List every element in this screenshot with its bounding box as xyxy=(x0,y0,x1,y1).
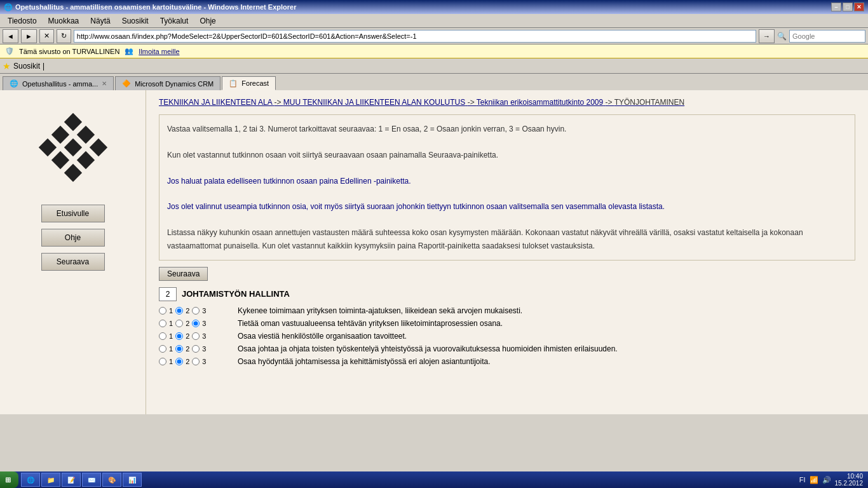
start-button[interactable]: ⊞ xyxy=(0,471,18,488)
taskbar-explorer[interactable]: 📁 xyxy=(41,473,60,487)
favorites-label[interactable]: Suosikit xyxy=(13,62,40,71)
q1-label-3: 3 xyxy=(202,307,206,315)
controls-row: Seuraava xyxy=(159,267,855,281)
q1-radio-2[interactable] xyxy=(175,307,183,315)
svg-rect-1 xyxy=(51,126,69,144)
time-display: 10:40 xyxy=(835,473,864,480)
info-line2: Kun olet vastannut tutkinnon osaan voit … xyxy=(167,149,847,161)
breadcrumb-sep3: -> xyxy=(606,98,614,107)
section-title: JOHTAMISTYÖN HALLINTA xyxy=(182,289,290,299)
date-display: 15.2.2012 xyxy=(835,480,864,487)
q2-text: Tietää oman vastuualueensa tehtävän yrit… xyxy=(238,319,855,328)
q3-radio-1[interactable] xyxy=(159,332,166,340)
back-button[interactable]: ◄ xyxy=(3,29,18,43)
svg-rect-0 xyxy=(64,113,81,131)
tab-forecast[interactable]: 📋 Forecast xyxy=(222,76,276,90)
menu-muokkaa[interactable]: Muokkaa xyxy=(43,15,85,27)
taskbar-explorer-icon: 📁 xyxy=(47,477,55,484)
breadcrumb-part2[interactable]: MUU TEKNIIKAN JA LIIKENTEEN ALAN KOULUTU… xyxy=(283,98,466,107)
q2-radio-3[interactable] xyxy=(192,320,200,327)
go-button[interactable]: → xyxy=(759,29,775,43)
left-sidebar: Etusivulle Ohje Seuraava xyxy=(0,90,146,414)
title-bar: 🌐 Opetushallitus - ammatillisen osaamise… xyxy=(0,0,868,14)
clock: 10:40 15.2.2012 xyxy=(835,473,864,487)
q4-label-2: 2 xyxy=(186,345,189,353)
windows-logo-icon: ⊞ xyxy=(5,476,11,484)
seuraava-button[interactable]: Seuraava xyxy=(159,267,208,281)
q3-label-1: 1 xyxy=(169,332,173,340)
maximize-button[interactable]: □ xyxy=(843,3,853,11)
title-bar-controls: – □ ✕ xyxy=(831,3,864,11)
q1-label-2: 2 xyxy=(186,307,189,315)
q4-radio-3[interactable] xyxy=(192,345,200,353)
menu-suosikit[interactable]: Suosikit xyxy=(117,15,154,27)
tab-close-opetushallitus[interactable]: ✕ xyxy=(102,80,107,87)
tabs-bar: 🌐 Opetushallitus - amma... ✕ 🔶 Microsoft… xyxy=(0,74,868,90)
security-bar: 🛡️ Tämä sivusto on TURVALLINEN 👥 Ilmoita… xyxy=(0,44,868,58)
breadcrumb-sep1: -> xyxy=(274,98,283,107)
q3-radio-2[interactable] xyxy=(175,332,183,340)
etusivulle-button[interactable]: Etusivulle xyxy=(41,205,105,222)
signal-icon: 📶 xyxy=(810,476,818,484)
menu-ohje[interactable]: Ohje xyxy=(194,15,220,27)
taskbar-ppt-icon: 📊 xyxy=(128,477,136,484)
q4-radio-2[interactable] xyxy=(175,345,183,353)
info-line3: Jos haluat palata edelliseen tutkinnon o… xyxy=(167,175,847,187)
forecast-tab-icon: 📋 xyxy=(229,79,238,88)
q3-label-2: 2 xyxy=(186,332,189,340)
q2-radio-1[interactable] xyxy=(159,320,166,327)
info-line1: Vastaa valitsemalla 1, 2 tai 3. Numerot … xyxy=(167,123,847,135)
q3-label-3: 3 xyxy=(202,332,206,340)
taskbar-outlook[interactable]: ✉️ xyxy=(82,473,101,487)
question-row-3: 1 2 3 Osaa viestiä henkilöstölle organis… xyxy=(159,332,855,341)
seuraava-sidebar-button[interactable]: Seuraava xyxy=(41,253,105,271)
question-row-5: 1 2 3 Osaa hyödyntää johtamisessa ja keh… xyxy=(159,357,855,366)
taskbar-powerpoint[interactable]: 📊 xyxy=(123,473,142,487)
q1-radio-1[interactable] xyxy=(159,307,166,315)
menu-tiedosto[interactable]: Tiedosto xyxy=(3,15,42,27)
q3-radio-3[interactable] xyxy=(192,332,200,340)
info-box: Vastaa valitsemalla 1, 2 tai 3. Numerot … xyxy=(159,114,855,261)
q5-radio-2[interactable] xyxy=(175,358,183,365)
radio-group-1: 1 2 3 xyxy=(159,307,235,315)
q4-label-1: 1 xyxy=(169,345,173,353)
q5-radio-1[interactable] xyxy=(159,358,166,365)
search-icon: 🔍 xyxy=(777,32,787,41)
security-text: Tämä sivusto on TURVALLINEN xyxy=(19,48,119,55)
breadcrumb-part1[interactable]: TEKNIIKAN JA LIIKENTEEN ALA xyxy=(159,98,272,107)
lang-indicator: FI xyxy=(799,476,806,484)
report-link[interactable]: Ilmoita meille xyxy=(139,48,179,55)
q5-radio-3[interactable] xyxy=(192,358,200,365)
close-button[interactable]: ✕ xyxy=(854,3,864,11)
taskbar-word[interactable]: 📝 xyxy=(62,473,81,487)
volume-icon: 🔊 xyxy=(822,476,831,484)
stop-button[interactable]: ✕ xyxy=(39,29,54,43)
favorites-star-icon: ★ xyxy=(3,61,11,71)
q4-label-3: 3 xyxy=(202,345,206,353)
taskbar-word-icon: 📝 xyxy=(67,477,75,484)
breadcrumb-part3[interactable]: Tekniikan erikoisammattitutkinto 2009 xyxy=(477,98,603,107)
minimize-button[interactable]: – xyxy=(831,3,841,11)
refresh-button[interactable]: ↻ xyxy=(57,29,71,43)
tab-dynamics[interactable]: 🔶 Microsoft Dynamics CRM xyxy=(115,76,220,90)
q4-radio-1[interactable] xyxy=(159,345,166,353)
taskbar-ie[interactable]: 🌐 xyxy=(21,473,40,487)
tab-opetushallitus[interactable]: 🌐 Opetushallitus - amma... ✕ xyxy=(3,76,114,90)
svg-rect-3 xyxy=(38,139,56,156)
taskbar-paint[interactable]: 🎨 xyxy=(102,473,121,487)
window-title: Opetushallitus - ammatillisen osaamisen … xyxy=(15,3,296,11)
search-input[interactable] xyxy=(789,30,865,43)
menu-nayta[interactable]: Näytä xyxy=(85,15,115,27)
q1-radio-3[interactable] xyxy=(192,307,200,315)
q3-text: Osaa viestiä henkilöstölle organisaation… xyxy=(238,332,855,341)
q5-label-3: 3 xyxy=(202,358,206,365)
radio-group-3: 1 2 3 xyxy=(159,332,235,340)
q5-text: Osaa hyödyntää johtamisessa ja kehittämi… xyxy=(238,357,855,366)
ohje-sidebar-button[interactable]: Ohje xyxy=(41,229,105,247)
menu-tyokalut[interactable]: Työkalut xyxy=(155,15,194,27)
section-header: 2 JOHTAMISTYÖN HALLINTA xyxy=(159,287,855,301)
q2-radio-2[interactable] xyxy=(175,320,183,327)
tab-label-opetushallitus: Opetushallitus - amma... xyxy=(22,80,98,88)
forward-button[interactable]: ► xyxy=(21,29,37,43)
address-input[interactable] xyxy=(74,30,756,43)
